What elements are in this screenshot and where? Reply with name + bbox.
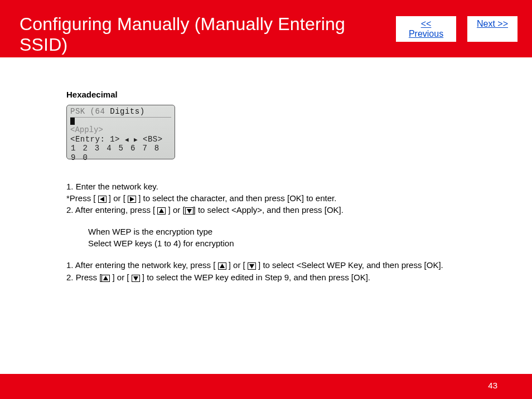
txt: ] to select the WEP key edited in Step 9…: [140, 273, 370, 282]
txt: ] to select <Apply>, and then press [OK]…: [194, 205, 344, 215]
svg-marker-1: [130, 197, 134, 202]
svg-marker-4: [220, 264, 225, 268]
nav-button-group: << Previous Next >>: [396, 16, 518, 42]
lcd-entry-post: <BS>: [138, 135, 163, 144]
lcd-line-psk: PSK (64 Digits): [70, 107, 171, 118]
svg-marker-7: [133, 276, 138, 281]
right-arrow-icon: [128, 196, 136, 203]
txt: ] to select <Select WEP Key, and then pr…: [256, 260, 443, 270]
txt: ] or [: [110, 273, 131, 282]
wep-note-block: When WEP is the encryption type Select W…: [88, 226, 510, 249]
page-number: 43: [488, 381, 497, 390]
wep-step-2: 2. Press [ ] or [ ] to select the WEP ke…: [66, 271, 510, 284]
lcd-cursor-row: [70, 118, 171, 125]
step-1-enter-key: 1. Enter the network key.: [66, 181, 510, 192]
instructions-block-2: 1. After entering the network key, press…: [66, 259, 510, 284]
header-bar: Configuring Manually (Manually Entering …: [0, 0, 532, 57]
txt: ] or [: [107, 193, 128, 203]
down-arrow-icon: [248, 262, 256, 270]
lcd-screenshot: PSK (64 Digits) <Apply> <Entry: 1> ◀ ▶ <…: [66, 105, 175, 159]
wep-note-line-2: Select WEP keys (1 to 4) for encryption: [88, 237, 510, 249]
svg-marker-2: [159, 208, 164, 213]
step-1-note: *Press [ ] or [ ] to select the characte…: [66, 192, 510, 204]
lcd-psk-suffix: Digits): [105, 107, 144, 116]
right-triangle-icon: ▶: [134, 137, 138, 144]
lcd-digits: 1 2 3 4 5 6 7 8 9 0: [70, 144, 171, 163]
txt: 1. After entering the network key, press…: [66, 260, 218, 270]
lcd-entry-row: <Entry: 1> ◀ ▶ <BS>: [70, 135, 171, 144]
down-arrow-icon: [185, 207, 194, 215]
up-arrow-icon: [157, 207, 166, 215]
lcd-apply: <Apply>: [70, 125, 171, 135]
svg-marker-5: [249, 264, 254, 269]
left-arrow-icon: [98, 196, 107, 203]
svg-marker-0: [100, 197, 104, 202]
page-title: Configuring Manually (Manually Entering …: [20, 14, 396, 55]
txt: 2. After entering, press [: [66, 205, 157, 215]
txt: ] to select the character, and then pres…: [136, 193, 336, 203]
lcd-entry-pre: <Entry: 1>: [70, 135, 125, 144]
section-label-hexadecimal: Hexadecimal: [66, 90, 510, 99]
svg-marker-6: [103, 276, 108, 280]
footer-bar: 43: [0, 374, 532, 399]
txt: *Press [: [66, 193, 98, 203]
previous-button[interactable]: << Previous: [396, 16, 456, 42]
lcd-psk-prefix: PSK: [70, 107, 90, 116]
content-area: Hexadecimal PSK (64 Digits) <Apply> <Ent…: [0, 57, 532, 284]
lcd-cursor: [70, 118, 75, 125]
wep-note-line-1: When WEP is the encryption type: [88, 226, 510, 237]
up-arrow-icon: [101, 275, 110, 282]
up-arrow-icon: [218, 262, 226, 270]
down-arrow-icon: [132, 275, 140, 282]
left-triangle-icon: ◀: [125, 137, 129, 144]
txt: ] or [: [166, 205, 185, 215]
txt: ] or [: [226, 260, 248, 270]
txt: 2. Press [: [66, 273, 101, 282]
next-button[interactable]: Next >>: [467, 16, 518, 42]
wep-step-1: 1. After entering the network key, press…: [66, 259, 510, 271]
lcd-psk-gray: (64: [90, 107, 105, 116]
step-2-apply: 2. After entering, press [ ] or [] to se…: [66, 204, 510, 216]
instructions-block-1: 1. Enter the network key. *Press [ ] or …: [66, 181, 510, 216]
svg-marker-3: [187, 209, 192, 213]
